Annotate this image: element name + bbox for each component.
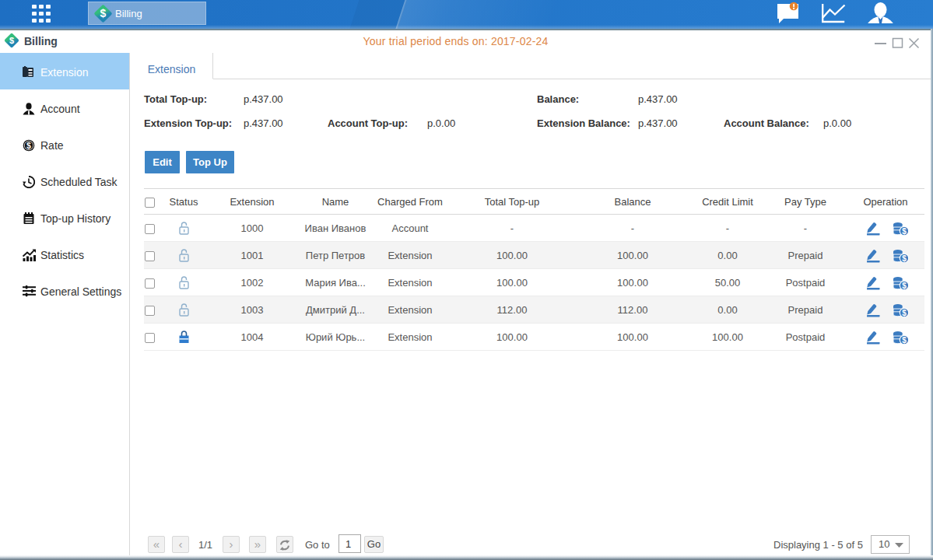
svg-text:$: $	[26, 141, 31, 150]
svg-text:$: $	[902, 282, 907, 290]
svg-text:$: $	[902, 254, 907, 263]
svg-text:$: $	[902, 309, 907, 317]
svg-text:$: $	[902, 227, 907, 236]
svg-text:$: $	[902, 336, 907, 345]
